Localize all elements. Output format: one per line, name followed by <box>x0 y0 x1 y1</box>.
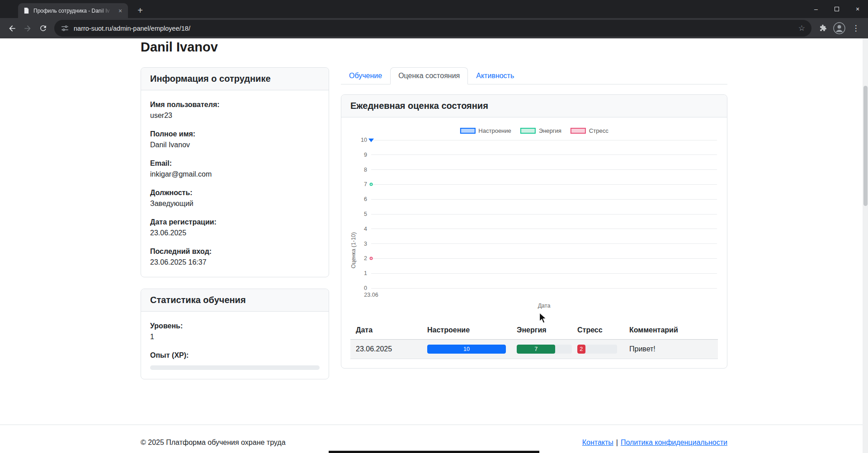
minimize-button[interactable]: – <box>806 0 826 18</box>
cell-energy: 7 <box>511 340 572 359</box>
legend-swatch-energy <box>520 128 536 134</box>
field-label: Последний вход: <box>150 246 320 257</box>
cell-comment: Привет! <box>624 340 718 359</box>
assessment-table: Дата Настроение Энергия Стресс Комментар… <box>350 322 718 359</box>
state-chart: НастроениеЭнергияСтресс Оценка (1-10) 23… <box>350 126 718 315</box>
field-value: Danil Ivanov <box>150 140 320 150</box>
url-text[interactable]: narro-suot.ru/admin-panel/employee/18/ <box>74 25 789 32</box>
browser-toolbar: narro-suot.ru/admin-panel/employee/18/ ☆… <box>0 18 868 38</box>
field-label: Опыт (XP): <box>150 350 320 361</box>
tab-education[interactable]: Обучение <box>341 67 390 84</box>
vertical-scrollbar-thumb[interactable] <box>863 86 868 206</box>
back-button[interactable] <box>5 21 20 36</box>
chart-y-tick: 6 <box>364 196 367 202</box>
chart-y-tick: 2 <box>364 255 367 262</box>
bookmark-star-icon[interactable]: ☆ <box>794 23 810 33</box>
learning-stats-card: Статистика обучения Уровень: 1 Опыт (XP)… <box>141 289 329 379</box>
field-email: Email: inkigar@gmail.com <box>150 158 320 180</box>
table-header-row: Дата Настроение Энергия Стресс Комментар… <box>350 322 718 340</box>
field-label: Email: <box>150 158 320 169</box>
chart-y-tick: 10 <box>361 137 367 143</box>
daily-assessment-card: Ежедневная оценка состояния НастроениеЭн… <box>341 94 727 369</box>
cell-date: 23.06.2025 <box>350 340 422 359</box>
field-value: 23.06.2025 16:37 <box>150 257 320 268</box>
left-column: Информация о сотруднике Имя пользователя… <box>141 67 329 379</box>
site-info-icon[interactable] <box>61 24 69 32</box>
chart-gridline <box>371 229 717 229</box>
bottom-dark-bar <box>329 451 539 453</box>
legend-swatch-stress <box>571 128 586 134</box>
favicon-icon <box>23 7 30 14</box>
chart-y-axis-title: Оценка (1-10) <box>350 232 357 268</box>
legend-item-stress[interactable]: Стресс <box>571 127 609 134</box>
field-username: Имя пользователя: user23 <box>150 99 320 121</box>
vertical-scrollbar-track[interactable] <box>863 38 868 453</box>
chart-point-energy <box>370 183 373 186</box>
chart-gridline <box>371 243 717 244</box>
footer-link-contacts[interactable]: Контакты <box>582 439 613 446</box>
new-tab-button[interactable]: + <box>134 5 146 17</box>
chart-gridline <box>371 154 717 155</box>
footer-separator: | <box>616 439 618 446</box>
chart-legend: НастроениеЭнергияСтресс <box>460 127 608 134</box>
site-footer: © 2025 Платформа обучения охране труда К… <box>0 425 868 453</box>
field-label: Дата регистрации: <box>150 217 320 228</box>
close-window-button[interactable]: × <box>847 0 868 18</box>
footer-link-privacy[interactable]: Политика конфиденциальности <box>621 439 727 446</box>
col-header-stress: Стресс <box>572 322 624 340</box>
chart-gridline <box>371 288 717 289</box>
field-value: Заведующий <box>150 198 320 209</box>
field-label: Уровень: <box>150 321 320 332</box>
field-label: Полное имя: <box>150 129 320 140</box>
chart-x-tick: 23.06 <box>364 292 378 298</box>
browser-tab[interactable]: Профиль сотрудника - Danil Iv × <box>18 3 128 18</box>
legend-item-energy[interactable]: Энергия <box>520 127 561 134</box>
chart-point-mood <box>368 139 374 142</box>
forward-button[interactable] <box>20 21 35 36</box>
chart-gridline <box>371 258 717 259</box>
chart-y-tick: 1 <box>364 270 367 276</box>
xp-progress-track <box>150 365 320 370</box>
chart-y-tick: 3 <box>364 241 367 247</box>
extensions-button[interactable] <box>815 21 830 36</box>
chart-plot-area: Оценка (1-10) 23.06 Дата 012345678910 <box>371 140 717 288</box>
employee-info-card: Информация о сотруднике Имя пользователя… <box>141 67 329 277</box>
reload-button[interactable] <box>35 21 51 36</box>
tab-state-assessment[interactable]: Оценка состояния <box>390 67 468 84</box>
maximize-icon <box>835 7 839 11</box>
chart-y-tick: 8 <box>364 167 367 173</box>
field-value: inkigar@gmail.com <box>150 169 320 180</box>
field-position: Должность: Заведующий <box>150 187 320 209</box>
field-level: Уровень: 1 <box>150 321 320 342</box>
page-viewport: Danil Ivanov Информация о сотруднике Имя… <box>0 38 868 453</box>
profile-avatar[interactable] <box>833 22 845 34</box>
stress-bar-fill: 2 <box>577 345 585 354</box>
col-header-comment: Комментарий <box>624 322 718 340</box>
field-registration-date: Дата регистрации: 23.06.2025 <box>150 217 320 238</box>
profile-tabs: Обучение Оценка состояния Активность <box>341 67 727 84</box>
field-value: 23.06.2025 <box>150 228 320 238</box>
chart-y-tick: 5 <box>364 211 367 217</box>
cell-stress: 2 <box>572 340 624 359</box>
address-bar[interactable]: narro-suot.ru/admin-panel/employee/18/ ☆ <box>54 20 811 37</box>
mood-bar-fill: 10 <box>427 345 506 354</box>
tab-title: Профиль сотрудника - Danil Iv <box>33 8 113 14</box>
footer-links: Контакты|Политика конфиденциальности <box>582 439 727 447</box>
window-controls: – × <box>806 0 868 18</box>
legend-swatch-mood <box>460 128 475 134</box>
tab-close-icon[interactable]: × <box>116 7 124 15</box>
stress-bar-track: 2 <box>577 345 617 354</box>
page-title: Danil Ivanov <box>141 40 727 55</box>
chart-point-stress <box>370 257 373 260</box>
field-fullname: Полное имя: Danil Ivanov <box>150 129 320 150</box>
mouse-cursor <box>539 312 547 326</box>
tab-activity[interactable]: Активность <box>468 67 522 84</box>
field-label: Имя пользователя: <box>150 99 320 110</box>
chart-y-tick: 7 <box>364 181 367 187</box>
browser-menu-button[interactable]: ⋮ <box>848 21 863 36</box>
maximize-button[interactable] <box>826 0 847 18</box>
field-last-login: Последний вход: 23.06.2025 16:37 <box>150 246 320 268</box>
chart-gridline <box>371 199 717 200</box>
legend-item-mood[interactable]: Настроение <box>460 127 511 134</box>
main-layout: Информация о сотруднике Имя пользователя… <box>141 67 727 379</box>
